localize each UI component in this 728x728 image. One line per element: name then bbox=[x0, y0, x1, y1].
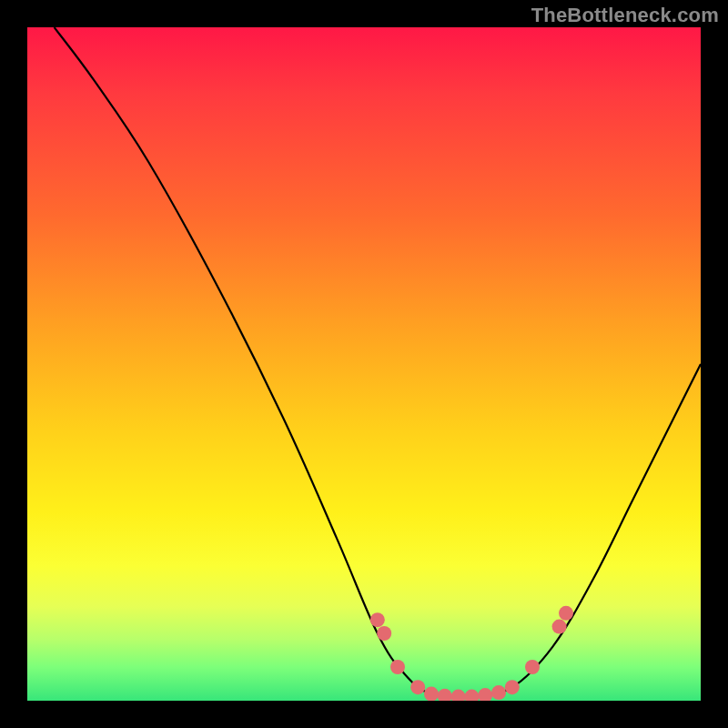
data-point bbox=[505, 680, 520, 694]
chart-frame: TheBottleneck.com bbox=[0, 0, 728, 728]
data-point bbox=[478, 688, 492, 701]
data-point bbox=[424, 687, 439, 701]
data-point bbox=[464, 690, 479, 701]
data-point bbox=[377, 626, 391, 641]
data-point bbox=[552, 620, 567, 634]
data-point bbox=[491, 685, 506, 700]
curve-path bbox=[55, 27, 701, 697]
data-point bbox=[390, 660, 405, 674]
data-point bbox=[451, 690, 466, 701]
data-point bbox=[525, 660, 540, 674]
curve-dots bbox=[370, 606, 573, 701]
data-point bbox=[438, 689, 452, 701]
watermark-text: TheBottleneck.com bbox=[531, 4, 719, 27]
plot-area bbox=[27, 27, 701, 701]
data-point bbox=[559, 606, 573, 621]
bottleneck-curve bbox=[27, 27, 701, 701]
data-point bbox=[410, 680, 425, 694]
data-point bbox=[370, 612, 385, 627]
